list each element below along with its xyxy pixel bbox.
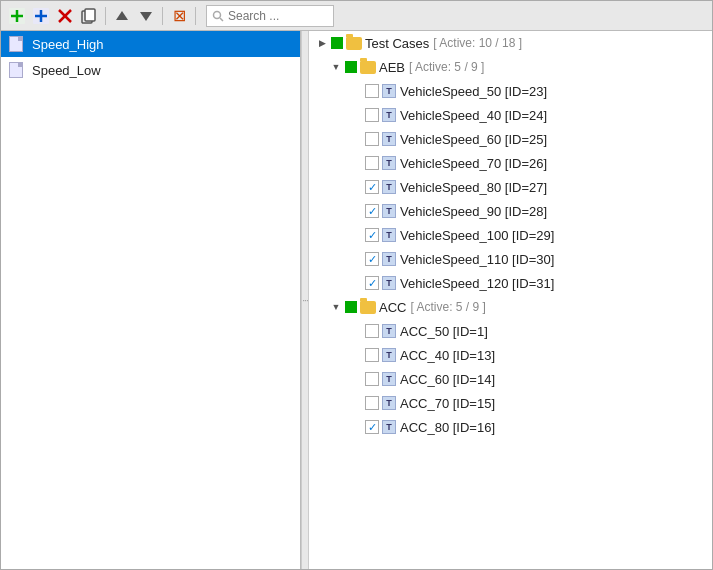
aeb-item-label-7: VehicleSpeed_110 [ID=30] [400, 252, 554, 267]
aeb-item-7[interactable]: ▶ ✓ T VehicleSpeed_110 [ID=30] [309, 247, 712, 271]
acc-checkbox-3[interactable] [365, 396, 379, 410]
acc-item-label-4: ACC_80 [ID=16] [400, 420, 495, 435]
acc-label: ACC [379, 300, 406, 315]
acc-item-0[interactable]: ▶ T ACC_50 [ID=1] [309, 319, 712, 343]
panel-resizer[interactable]: ··· [301, 31, 309, 569]
left-panel: Speed_High Speed_Low [1, 31, 301, 569]
add-green-button[interactable] [6, 5, 28, 27]
aeb-t-icon-7: T [382, 252, 396, 266]
aeb-checkbox-8[interactable]: ✓ [365, 276, 379, 290]
aeb-label: AEB [379, 60, 405, 75]
acc-t-icon-0: T [382, 324, 396, 338]
acc-item-label-2: ACC_60 [ID=14] [400, 372, 495, 387]
aeb-checkbox-1[interactable] [365, 108, 379, 122]
acc-item-2[interactable]: ▶ T ACC_60 [ID=14] [309, 367, 712, 391]
aeb-checkbox-6[interactable]: ✓ [365, 228, 379, 242]
group-aeb-node[interactable]: ▼ AEB [ Active: 5 / 9 ] [309, 55, 712, 79]
aeb-meta: [ Active: 5 / 9 ] [409, 60, 484, 74]
acc-t-icon-1: T [382, 348, 396, 362]
move-up-button[interactable] [111, 5, 133, 27]
group-acc-node[interactable]: ▼ ACC [ Active: 5 / 9 ] [309, 295, 712, 319]
aeb-item-3[interactable]: ▶ T VehicleSpeed_70 [ID=26] [309, 151, 712, 175]
aeb-checkbox-4[interactable]: ✓ [365, 180, 379, 194]
aeb-item-label-0: VehicleSpeed_50 [ID=23] [400, 84, 547, 99]
acc-item-1[interactable]: ▶ T ACC_40 [ID=13] [309, 343, 712, 367]
toolbar-separator-3 [195, 7, 196, 25]
toolbar: ⊠ [1, 1, 712, 31]
cross-box-button[interactable]: ⊠ [168, 5, 190, 27]
acc-item-4[interactable]: ▶ ✓ T ACC_80 [ID=16] [309, 415, 712, 439]
svg-rect-9 [85, 9, 95, 21]
aeb-checkbox-7[interactable]: ✓ [365, 252, 379, 266]
svg-line-13 [220, 18, 223, 21]
tree-root-node[interactable]: ▶ Test Cases [ Active: 10 / 18 ] [309, 31, 712, 55]
aeb-expand-arrow: ▼ [329, 60, 343, 74]
root-expand-arrow: ▶ [315, 36, 329, 50]
left-item-speed-high[interactable]: Speed_High [1, 31, 300, 57]
aeb-checkbox-5[interactable]: ✓ [365, 204, 379, 218]
aeb-item-label-1: VehicleSpeed_40 [ID=24] [400, 108, 547, 123]
aeb-item-5[interactable]: ▶ ✓ T VehicleSpeed_90 [ID=28] [309, 199, 712, 223]
doc-icon-speed-low [9, 62, 23, 78]
right-panel: ▶ Test Cases [ Active: 10 / 18 ] ▼ AEB [… [309, 31, 712, 569]
acc-item-label-0: ACC_50 [ID=1] [400, 324, 488, 339]
svg-marker-10 [116, 11, 128, 20]
aeb-t-icon-3: T [382, 156, 396, 170]
main-window: ⊠ Speed_High Speed_Low ··· [0, 0, 713, 570]
root-active-indicator [331, 37, 343, 49]
aeb-t-icon-6: T [382, 228, 396, 242]
move-down-button[interactable] [135, 5, 157, 27]
aeb-t-icon-1: T [382, 108, 396, 122]
aeb-t-icon-0: T [382, 84, 396, 98]
aeb-t-icon-5: T [382, 204, 396, 218]
content-area: Speed_High Speed_Low ··· ▶ Test Cases [ … [1, 31, 712, 569]
aeb-item-label-6: VehicleSpeed_100 [ID=29] [400, 228, 554, 243]
doc-icon-speed-high [9, 36, 23, 52]
acc-t-icon-3: T [382, 396, 396, 410]
root-folder-icon [346, 37, 362, 50]
acc-active-indicator [345, 301, 357, 313]
svg-marker-11 [140, 12, 152, 21]
aeb-item-8[interactable]: ▶ ✓ T VehicleSpeed_120 [ID=31] [309, 271, 712, 295]
aeb-t-icon-8: T [382, 276, 396, 290]
delete-button[interactable] [54, 5, 76, 27]
aeb-item-4[interactable]: ▶ ✓ T VehicleSpeed_80 [ID=27] [309, 175, 712, 199]
toolbar-separator-1 [105, 7, 106, 25]
aeb-item-6[interactable]: ▶ ✓ T VehicleSpeed_100 [ID=29] [309, 223, 712, 247]
aeb-item-label-2: VehicleSpeed_60 [ID=25] [400, 132, 547, 147]
aeb-folder-icon [360, 61, 376, 74]
search-container [206, 5, 334, 27]
acc-checkbox-1[interactable] [365, 348, 379, 362]
aeb-checkbox-3[interactable] [365, 156, 379, 170]
copy-button[interactable] [78, 5, 100, 27]
aeb-t-icon-4: T [382, 180, 396, 194]
acc-expand-arrow: ▼ [329, 300, 343, 314]
aeb-item-2[interactable]: ▶ T VehicleSpeed_60 [ID=25] [309, 127, 712, 151]
aeb-checkbox-0[interactable] [365, 84, 379, 98]
aeb-item-0[interactable]: ▶ T VehicleSpeed_50 [ID=23] [309, 79, 712, 103]
aeb-active-indicator [345, 61, 357, 73]
speed-high-label: Speed_High [32, 37, 104, 52]
root-meta: [ Active: 10 / 18 ] [433, 36, 522, 50]
acc-item-label-3: ACC_70 [ID=15] [400, 396, 495, 411]
svg-point-12 [214, 11, 221, 18]
aeb-item-label-4: VehicleSpeed_80 [ID=27] [400, 180, 547, 195]
acc-checkbox-2[interactable] [365, 372, 379, 386]
toolbar-separator-2 [162, 7, 163, 25]
acc-checkbox-0[interactable] [365, 324, 379, 338]
acc-checkbox-4[interactable]: ✓ [365, 420, 379, 434]
aeb-t-icon-2: T [382, 132, 396, 146]
search-input[interactable] [228, 9, 328, 23]
left-item-speed-low[interactable]: Speed_Low [1, 57, 300, 83]
speed-low-label: Speed_Low [32, 63, 101, 78]
aeb-checkbox-2[interactable] [365, 132, 379, 146]
aeb-item-1[interactable]: ▶ T VehicleSpeed_40 [ID=24] [309, 103, 712, 127]
acc-t-icon-4: T [382, 420, 396, 434]
root-label: Test Cases [365, 36, 429, 51]
search-icon [212, 10, 224, 22]
add-blue-button[interactable] [30, 5, 52, 27]
resizer-dots: ··· [302, 295, 307, 306]
aeb-item-label-8: VehicleSpeed_120 [ID=31] [400, 276, 554, 291]
acc-meta: [ Active: 5 / 9 ] [410, 300, 485, 314]
acc-item-3[interactable]: ▶ T ACC_70 [ID=15] [309, 391, 712, 415]
